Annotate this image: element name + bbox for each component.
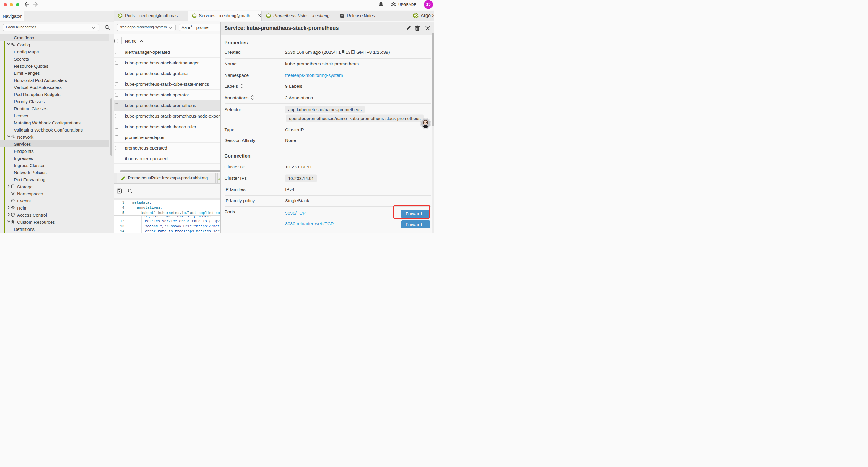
svg-text:HELM: HELM [11, 207, 14, 208]
